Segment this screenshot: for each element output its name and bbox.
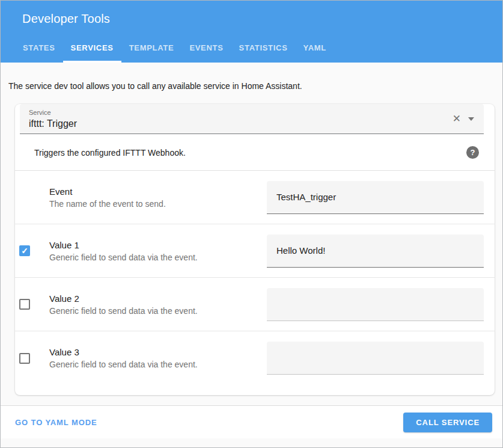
field-description: Generic field to send data via the event… [49, 253, 198, 262]
service-select-value: ifttt: Trigger [29, 118, 77, 129]
value1-input[interactable] [267, 235, 484, 268]
field-text: Value 1 Generic field to send data via t… [49, 240, 198, 262]
checkbox-column: ✓ [19, 245, 40, 256]
tab-statistics[interactable]: STATISTICS [231, 36, 296, 63]
app-header: Developer Tools STATES SERVICES TEMPLATE… [1, 1, 502, 63]
card-bottom-padding [15, 385, 495, 395]
field-input-wrap [267, 181, 484, 214]
value2-checkbox[interactable]: ✓ [19, 299, 30, 310]
checkbox-column: ✓ [19, 353, 40, 364]
field-input-wrap [267, 342, 484, 375]
tab-states[interactable]: STATES [15, 36, 63, 63]
tab-bar: STATES SERVICES TEMPLATE EVENTS STATISTI… [15, 36, 502, 63]
field-name: Event [49, 186, 166, 197]
field-input-wrap [267, 235, 484, 268]
clear-icon[interactable]: ✕ [453, 114, 461, 124]
check-icon: ✓ [21, 247, 28, 255]
page-title: Developer Tools [22, 12, 110, 26]
help-icon[interactable]: ? [466, 146, 479, 159]
field-row-event: Event The name of the event to send. [15, 171, 495, 224]
field-description: Generic field to send data via the event… [49, 306, 198, 316]
service-select-label: Service [29, 109, 51, 116]
field-description: The name of the event to send. [49, 199, 166, 209]
field-text: Value 3 Generic field to send data via t… [49, 347, 198, 369]
call-service-button[interactable]: CALL SERVICE [403, 413, 492, 432]
checkbox-column: ✓ [19, 299, 40, 310]
field-text: Event The name of the event to send. [49, 186, 166, 209]
value3-input[interactable] [267, 342, 484, 375]
checkbox-column [19, 192, 40, 203]
event-input[interactable] [267, 181, 484, 214]
developer-tools-window: Developer Tools STATES SERVICES TEMPLATE… [0, 0, 503, 448]
tab-yaml[interactable]: YAML [296, 36, 334, 63]
tab-services[interactable]: SERVICES [63, 36, 121, 63]
value2-input[interactable] [267, 288, 484, 321]
footer-bar: GO TO YAML MODE CALL SERVICE [1, 406, 502, 438]
field-name: Value 3 [49, 347, 198, 357]
checkbox-placeholder [19, 192, 30, 203]
field-text: Value 2 Generic field to send data via t… [49, 293, 198, 316]
field-row-value2: ✓ Value 2 Generic field to send data via… [15, 278, 495, 331]
service-description-row: Triggers the configured IFTTT Webhook. ? [15, 134, 495, 170]
field-input-wrap [267, 288, 484, 321]
field-row-value1: ✓ Value 1 Generic field to send data via… [15, 224, 495, 278]
intro-text: The service dev tool allows you to call … [8, 81, 495, 91]
value1-checkbox[interactable]: ✓ [19, 245, 30, 256]
service-call-card: Service ifttt: Trigger ✕ Triggers the co… [15, 104, 495, 395]
value3-checkbox[interactable]: ✓ [19, 353, 30, 364]
services-panel: The service dev tool allows you to call … [1, 63, 502, 447]
chevron-down-icon[interactable] [468, 117, 474, 121]
service-select[interactable]: Service ifttt: Trigger ✕ [20, 104, 484, 134]
field-name: Value 1 [49, 240, 198, 250]
field-name: Value 2 [49, 293, 198, 304]
service-select-icons: ✕ [453, 104, 474, 133]
field-row-value3: ✓ Value 3 Generic field to send data via… [15, 331, 495, 385]
field-description: Generic field to send data via the event… [49, 360, 198, 369]
tab-events[interactable]: EVENTS [181, 36, 231, 63]
go-to-yaml-mode-link[interactable]: GO TO YAML MODE [15, 418, 97, 427]
service-description: Triggers the configured IFTTT Webhook. [34, 148, 466, 158]
tab-template[interactable]: TEMPLATE [121, 36, 182, 63]
